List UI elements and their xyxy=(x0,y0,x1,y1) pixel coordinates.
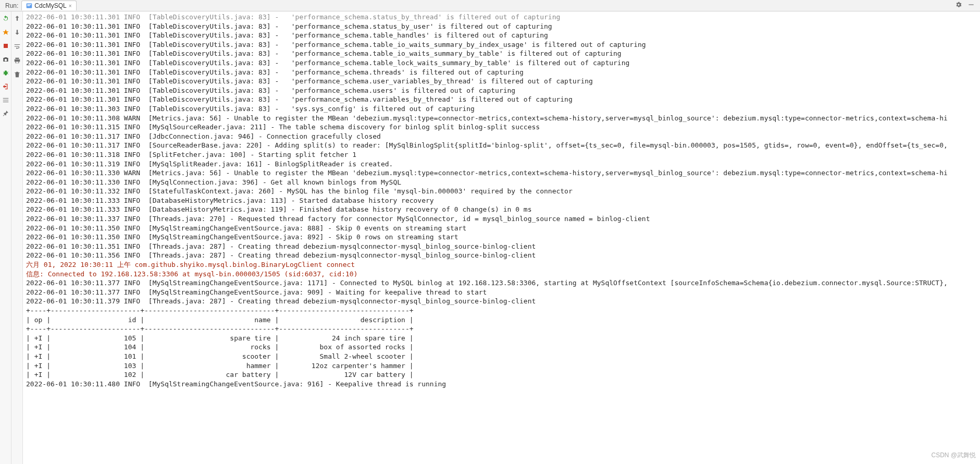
log-line: 2022-06-01 10:30:11.319 INFO [MySqlSplit… xyxy=(26,160,977,169)
log-line: | +I | 105 | spare tire | 24 inch spare … xyxy=(26,334,977,343)
log-line: | +I | 101 | scooter | Small 2-wheel sco… xyxy=(26,352,977,361)
log-line: 2022-06-01 10:30:11.377 INFO [MySqlStrea… xyxy=(26,278,977,288)
attach-icon[interactable] xyxy=(2,28,10,36)
tab-title: CdcMySQL xyxy=(34,2,66,9)
log-line: | +I | 102 | car battery | 12V car batte… xyxy=(26,370,977,380)
log-line: 2022-06-01 10:30:11.301 INFO [TableDisco… xyxy=(26,22,977,31)
run-label: Run: xyxy=(2,2,21,9)
log-line: 2022-06-01 10:30:11.350 INFO [MySqlStrea… xyxy=(26,233,977,242)
top-right-controls xyxy=(955,1,978,10)
log-line: | op | id | name | description | xyxy=(26,315,977,325)
log-line: 2022-06-01 10:30:11.317 INFO [SourceRead… xyxy=(26,141,977,150)
log-line: 2022-06-01 10:30:11.315 INFO [MySqlSourc… xyxy=(26,123,977,132)
log-line: 2022-06-01 10:30:11.377 INFO [MySqlStrea… xyxy=(26,288,977,297)
gutter-left-a xyxy=(0,11,11,464)
log-line: 2022-06-01 10:30:11.351 INFO [Threads.ja… xyxy=(26,242,977,251)
log-line: 2022-06-01 10:30:11.356 INFO [Threads.ja… xyxy=(26,251,977,260)
svg-rect-2 xyxy=(28,5,30,6)
log-line: 2022-06-01 10:30:11.301 INFO [TableDisco… xyxy=(26,68,977,77)
log-line: 2022-06-01 10:30:11.317 INFO [JdbcConnec… xyxy=(26,132,977,141)
log-line: 2022-06-01 10:30:11.301 INFO [TableDisco… xyxy=(26,40,977,50)
log-line: 2022-06-01 10:30:11.332 INFO [StatefulTa… xyxy=(26,187,977,196)
rerun-icon[interactable] xyxy=(2,15,10,23)
print-icon[interactable] xyxy=(14,57,21,66)
log-line: 六月 01, 2022 10:30:11 上午 com.github.shyik… xyxy=(26,260,977,270)
log-line: 2022-06-01 10:30:11.301 INFO [TableDisco… xyxy=(26,31,977,40)
run-tab[interactable]: CdcMySQL × xyxy=(21,1,76,10)
gear-icon[interactable] xyxy=(955,1,962,10)
log-line: 2022-06-01 10:30:11.318 INFO [SplitFetch… xyxy=(26,150,977,160)
scroll-down-icon[interactable] xyxy=(14,29,21,38)
log-line: 2022-06-01 10:30:11.330 WARN [Metrics.ja… xyxy=(26,168,977,178)
log-line: 2022-06-01 10:30:11.301 INFO [TableDisco… xyxy=(26,58,977,68)
log-line: 2022-06-01 10:30:11.350 INFO [MySqlStrea… xyxy=(26,224,977,233)
top-bar: Run: CdcMySQL × xyxy=(0,0,980,11)
log-line: 2022-06-01 10:30:11.301 INFO [TableDisco… xyxy=(26,86,977,95)
log-line: 2022-06-01 10:30:11.333 INFO [DatabaseHi… xyxy=(26,205,977,214)
log-line: 2022-06-01 10:30:11.301 INFO [TableDisco… xyxy=(26,13,977,22)
log-line: 2022-06-01 10:30:11.301 INFO [TableDisco… xyxy=(26,95,977,104)
log-line: 2022-06-01 10:30:11.480 INFO [MySqlStrea… xyxy=(26,380,977,389)
log-line: 2022-06-01 10:30:11.301 INFO [TableDisco… xyxy=(26,77,977,86)
svg-rect-3 xyxy=(969,4,973,5)
log-line: 信息: Connected to 192.168.123.58:3306 at … xyxy=(26,270,977,279)
log-line: 2022-06-01 10:30:11.301 INFO [TableDisco… xyxy=(26,49,977,58)
log-line: 2022-06-01 10:30:11.379 INFO [Threads.ja… xyxy=(26,297,977,306)
log-line: 2022-06-01 10:30:11.337 INFO [Threads.ja… xyxy=(26,214,977,224)
trash-icon[interactable] xyxy=(14,71,21,80)
app-icon xyxy=(26,3,32,9)
log-line: 2022-06-01 10:30:11.330 INFO [MySqlConne… xyxy=(26,178,977,187)
svg-rect-1 xyxy=(28,4,32,5)
log-line: | +I | 104 | rocks | box of assorted roc… xyxy=(26,343,977,352)
stop-icon[interactable] xyxy=(2,42,10,50)
log-line: +----+----------------------+-----------… xyxy=(26,324,977,334)
log-line: | +I | 103 | hammer | 12oz carpenter's h… xyxy=(26,361,977,371)
bug-icon[interactable] xyxy=(2,69,10,77)
close-icon[interactable]: × xyxy=(69,3,72,9)
exit-icon[interactable] xyxy=(2,82,10,91)
soft-wrap-icon[interactable] xyxy=(14,43,21,52)
layout-icon[interactable] xyxy=(2,96,10,104)
minimize-icon[interactable] xyxy=(967,1,975,10)
main-area: 2022-06-01 10:30:11.301 INFO [TableDisco… xyxy=(0,11,980,464)
log-line: 2022-06-01 10:30:11.308 WARN [Metrics.ja… xyxy=(26,114,977,123)
console-output[interactable]: 2022-06-01 10:30:11.301 INFO [TableDisco… xyxy=(23,11,980,464)
camera-icon[interactable] xyxy=(2,55,10,64)
gutter-left-b xyxy=(11,11,23,464)
log-line: 2022-06-01 10:30:11.303 INFO [TableDisco… xyxy=(26,104,977,114)
svg-rect-4 xyxy=(4,44,8,48)
pin-icon[interactable] xyxy=(2,109,10,118)
scroll-up-icon[interactable] xyxy=(14,15,21,23)
log-line: +----+----------------------+-----------… xyxy=(26,306,977,315)
log-line: 2022-06-01 10:30:11.333 INFO [DatabaseHi… xyxy=(26,196,977,205)
